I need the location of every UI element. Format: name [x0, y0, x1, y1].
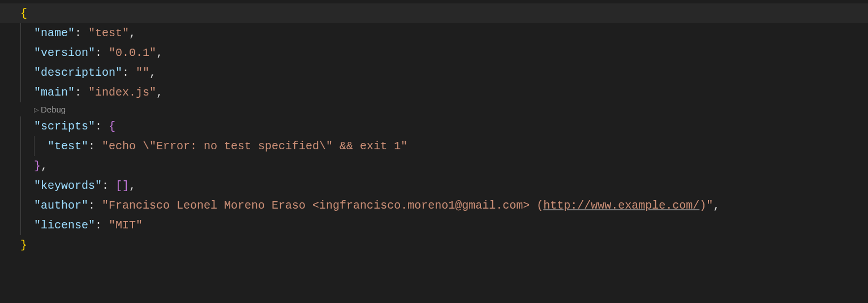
codelens-debug[interactable]: ▷Debug [0, 103, 868, 115]
code-line[interactable]: }, [0, 156, 868, 176]
json-key: "test" [48, 140, 88, 153]
json-key: "scripts" [34, 120, 95, 133]
json-string: "echo \"Error: no test specified\" && ex… [102, 140, 407, 153]
code-line[interactable]: "license": "MIT" [0, 215, 868, 235]
play-icon: ▷ [34, 106, 38, 114]
code-line[interactable]: { [0, 3, 868, 23]
open-brace-token: { [20, 7, 27, 20]
code-line[interactable]: "keywords": [], [0, 176, 868, 196]
json-array: [] [115, 179, 129, 192]
json-string: )" [699, 199, 713, 212]
codelens-label: Debug [41, 105, 66, 114]
json-string: "0.0.1" [109, 46, 156, 59]
json-key: "license" [34, 219, 95, 232]
json-key: "keywords" [34, 179, 102, 192]
json-string: "" [136, 66, 149, 79]
code-line[interactable]: "description": "", [0, 63, 868, 83]
colon-token: : [75, 27, 81, 40]
json-string: "Francisco Leonel Moreno Eraso <ingfranc… [102, 199, 543, 212]
url-link[interactable]: http://www.example.com/ [543, 199, 699, 212]
code-line[interactable]: "main": "index.js", [0, 83, 868, 102]
code-line[interactable]: "scripts": { [0, 116, 868, 136]
comma-token: , [129, 27, 136, 40]
code-line[interactable]: "test": "echo \"Error: no test specified… [0, 136, 868, 156]
json-key: "description" [34, 66, 122, 79]
code-line[interactable]: } [0, 235, 868, 255]
json-key: "main" [34, 86, 75, 99]
json-string: "test" [88, 27, 129, 40]
code-line[interactable]: "version": "0.0.1", [0, 43, 868, 63]
code-line[interactable]: "author": "Francisco Leonel Moreno Eraso… [0, 196, 868, 215]
json-string: "MIT" [109, 219, 143, 232]
code-line[interactable]: "name": "test", [0, 23, 868, 43]
close-brace-token: } [20, 239, 27, 252]
open-brace-token: { [109, 120, 115, 133]
json-string: "index.js" [88, 86, 156, 99]
code-editor[interactable]: { "name": "test", "version": "0.0.1", "d… [0, 0, 868, 255]
close-brace-token: } [34, 159, 41, 172]
json-key: "version" [34, 46, 95, 59]
json-key: "name" [34, 27, 75, 40]
json-key: "author" [34, 199, 88, 212]
